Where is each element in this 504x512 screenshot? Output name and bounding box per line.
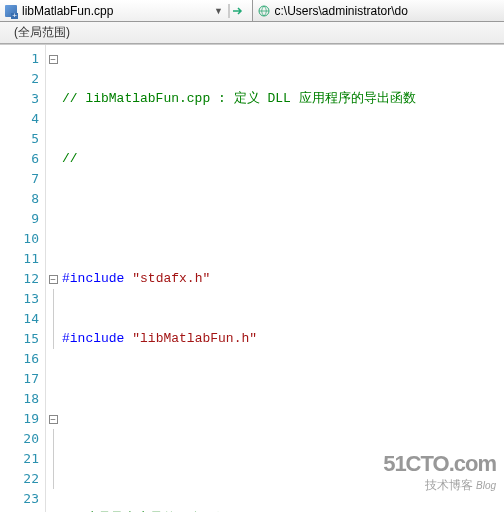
line-number: 4 [0, 109, 39, 129]
preproc: #include [62, 331, 124, 346]
line-number: 20 [0, 429, 39, 449]
navigate-forward-icon[interactable] [232, 5, 244, 17]
navigation-dropdown[interactable]: c:\Users\administrator\do [253, 0, 505, 21]
cpp-file-icon [4, 4, 18, 18]
line-number: 18 [0, 389, 39, 409]
global-scope-icon [257, 4, 271, 18]
line-number: 5 [0, 129, 39, 149]
blank-line [62, 449, 504, 469]
line-number: 16 [0, 349, 39, 369]
line-number: 2 [0, 69, 39, 89]
line-number-gutter: 1234567891011121314151617181920212223 [0, 45, 46, 512]
dropdown-arrow-icon: ▼ [212, 6, 226, 16]
line-number: 7 [0, 169, 39, 189]
line-number: 14 [0, 309, 39, 329]
line-number: 11 [0, 249, 39, 269]
line-number: 19 [0, 409, 39, 429]
blank-line [62, 389, 504, 409]
fold-toggle-icon[interactable]: − [49, 55, 58, 64]
line-number: 8 [0, 189, 39, 209]
line-number: 1 [0, 49, 39, 69]
preproc: #include [62, 271, 124, 286]
file-dropdown[interactable]: libMatlabFun.cpp ▼ [0, 0, 253, 21]
scope-label: (全局范围) [14, 24, 70, 41]
fold-toggle-icon[interactable]: − [49, 275, 58, 284]
line-number: 22 [0, 469, 39, 489]
line-number: 17 [0, 369, 39, 389]
code-area[interactable]: // libMatlabFun.cpp : 定义 DLL 应用程序的导出函数 /… [60, 45, 504, 512]
toolbar: libMatlabFun.cpp ▼ c:\Users\administrato… [0, 0, 504, 22]
comment: // libMatlabFun.cpp : 定义 DLL 应用程序的导出函数 [62, 91, 416, 106]
line-number: 23 [0, 489, 39, 509]
blank-line [62, 209, 504, 229]
scope-bar[interactable]: (全局范围) [0, 22, 504, 44]
file-name: libMatlabFun.cpp [22, 4, 212, 18]
line-number: 10 [0, 229, 39, 249]
line-number: 12 [0, 269, 39, 289]
fold-gutter[interactable]: −−− [46, 45, 60, 512]
string: "stdafx.h" [132, 271, 210, 286]
string: "libMatlabFun.h" [132, 331, 257, 346]
code-editor[interactable]: 1234567891011121314151617181920212223 −−… [0, 44, 504, 512]
line-number: 3 [0, 89, 39, 109]
line-number: 15 [0, 329, 39, 349]
divider [228, 4, 230, 18]
fold-toggle-icon[interactable]: − [49, 415, 58, 424]
line-number: 6 [0, 149, 39, 169]
nav-path: c:\Users\administrator\do [275, 4, 501, 18]
line-number: 13 [0, 289, 39, 309]
line-number: 21 [0, 449, 39, 469]
line-number: 9 [0, 209, 39, 229]
comment: // [62, 151, 78, 166]
